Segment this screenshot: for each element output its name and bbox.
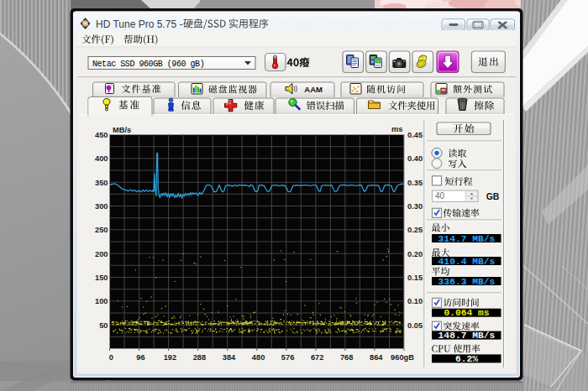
svg-text:40: 40 [435, 191, 445, 201]
svg-text:100: 100 [95, 297, 108, 305]
svg-text:864: 864 [370, 353, 383, 362]
svg-text:MB/s: MB/s [113, 126, 131, 134]
svg-text:768: 768 [340, 353, 354, 362]
svg-text:6.2%: 6.2% [455, 354, 478, 364]
svg-text:0: 0 [109, 353, 113, 362]
svg-text:314.7 MB/s: 314.7 MB/s [438, 234, 496, 244]
svg-text:0.25: 0.25 [407, 226, 423, 234]
svg-text:0.35: 0.35 [407, 179, 423, 187]
svg-text:HD Tune Pro 5.75 -: HD Tune Pro 5.75 - [96, 18, 182, 30]
svg-text:410.4 MB/s: 410.4 MB/s [438, 257, 496, 267]
svg-text:350: 350 [95, 179, 108, 187]
svg-text:GB: GB [486, 191, 500, 201]
svg-text:148.7 MB/s: 148.7 MB/s [438, 331, 496, 341]
svg-text:336.3 MB/s: 336.3 MB/s [438, 277, 496, 287]
svg-text:0.30: 0.30 [407, 202, 423, 211]
svg-text:576: 576 [281, 353, 295, 362]
svg-text:0.064 ms: 0.064 ms [444, 308, 489, 318]
svg-text:0.20: 0.20 [407, 250, 423, 258]
svg-text:ms: ms [391, 125, 402, 133]
svg-text:150: 150 [95, 274, 108, 282]
svg-text:Netac SSD 960GB (960 gB): Netac SSD 960GB (960 gB) [92, 60, 204, 69]
svg-text:480: 480 [252, 353, 265, 362]
svg-text:50: 50 [99, 321, 108, 330]
svg-text:0.45: 0.45 [407, 131, 423, 139]
svg-text:450: 450 [95, 131, 108, 139]
svg-text:960gB: 960gB [391, 353, 414, 362]
svg-text:0.05: 0.05 [407, 321, 423, 330]
svg-text:250: 250 [95, 226, 108, 234]
svg-text:400: 400 [95, 154, 108, 163]
svg-text:300: 300 [95, 202, 108, 211]
svg-text:200: 200 [95, 250, 108, 258]
svg-text:0.10: 0.10 [407, 297, 423, 305]
svg-text:288: 288 [193, 353, 207, 362]
svg-text:0.40: 0.40 [407, 154, 423, 163]
svg-text:0.15: 0.15 [407, 274, 423, 282]
svg-text:672: 672 [311, 353, 324, 362]
svg-text:384: 384 [223, 353, 236, 362]
svg-text:AAM: AAM [304, 85, 323, 94]
svg-text:192: 192 [164, 353, 177, 362]
svg-text:96: 96 [136, 353, 144, 362]
